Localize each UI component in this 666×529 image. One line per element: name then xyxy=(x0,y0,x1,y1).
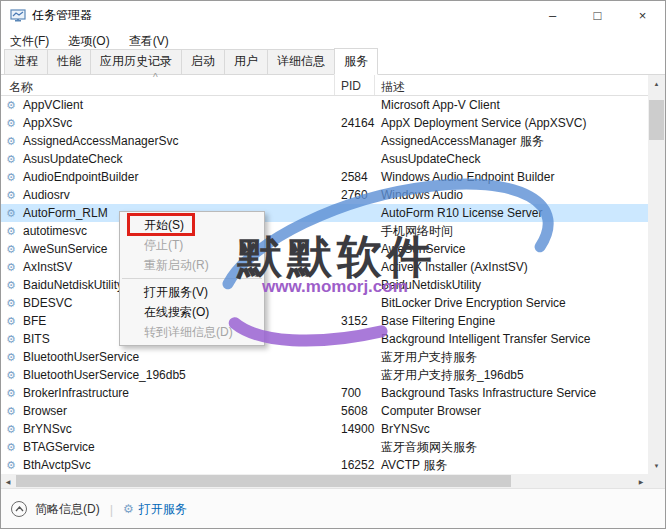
service-description: 手机网络时间 xyxy=(375,222,648,240)
context-menu-item[interactable]: 开始(S) xyxy=(120,215,264,235)
gear-icon: ⚙ xyxy=(6,186,16,204)
context-menu-item[interactable] xyxy=(122,278,262,279)
service-name: autotimesvc xyxy=(23,224,87,238)
gear-icon: ⚙ xyxy=(6,330,16,348)
scroll-up-icon[interactable]: ▲ xyxy=(648,75,665,92)
table-row[interactable]: ⚙ BluetoothUserService 蓝牙用户支持服务 xyxy=(1,348,648,366)
service-description: Windows Audio Endpoint Builder xyxy=(375,168,648,186)
service-description: BitLocker Drive Encryption Service xyxy=(375,294,648,312)
table-row[interactable]: ⚙ BrYNSvc 14900 BrYNSvc xyxy=(1,420,648,438)
table-row[interactable]: ⚙ AssignedAccessManagerSvc AssignedAcces… xyxy=(1,132,648,150)
service-name: BrYNSvc xyxy=(23,422,72,436)
table-row[interactable]: ⚙ BITS Background Intelligent Transfer S… xyxy=(1,330,648,348)
scrollbar-corner xyxy=(648,474,665,488)
table-row[interactable]: ⚙ AxInstSV ActiveX Installer (AxInstSV) xyxy=(1,258,648,276)
service-pid: 24164 xyxy=(335,114,375,132)
service-description: Computer Browser xyxy=(375,402,648,420)
maximize-button[interactable]: □ xyxy=(575,1,620,30)
column-header-row: 名称 ^ PID 描述 xyxy=(1,75,648,96)
gear-icon: ⚙ xyxy=(6,222,16,240)
table-row[interactable]: ⚙ AppXSvc 24164 AppX Deployment Service … xyxy=(1,114,648,132)
tab[interactable]: 服务 xyxy=(334,48,378,75)
service-pid xyxy=(335,276,375,294)
table-row[interactable]: ⚙ AweSunService AweSunService xyxy=(1,240,648,258)
gear-icon: ⚙ xyxy=(6,276,16,294)
minimize-button[interactable]: – xyxy=(530,1,575,30)
table-row[interactable]: ⚙ Audiosrv 2760 Windows Audio xyxy=(1,186,648,204)
service-name: Browser xyxy=(23,404,67,418)
service-description: AweSunService xyxy=(375,240,648,258)
service-name: AssignedAccessManagerSvc xyxy=(23,134,178,148)
context-menu: 开始(S)停止(T)重新启动(R)打开服务(V)在线搜索(O)转到详细信息(D) xyxy=(119,211,265,346)
service-pid xyxy=(335,258,375,276)
tab[interactable]: 进程 xyxy=(4,49,48,74)
table-row[interactable]: ⚙ BluetoothUserService_196db5 蓝牙用户支持服务_1… xyxy=(1,366,648,384)
scroll-left-icon[interactable]: ◀ xyxy=(1,474,15,488)
table-row[interactable]: ⚙ AutoForm_RLM AutoForm R10 License Serv… xyxy=(1,204,648,222)
fewer-details-button[interactable]: 简略信息(D) xyxy=(35,501,100,518)
context-menu-item[interactable]: 在线搜索(O) xyxy=(120,302,264,322)
vertical-scrollbar[interactable]: ▲ ▼ xyxy=(648,75,665,474)
tab[interactable]: 启动 xyxy=(181,49,225,74)
table-row[interactable]: ⚙ BaiduNetdiskUtility BaiduNetdiskUtilit… xyxy=(1,276,648,294)
table-row[interactable]: ⚙ Browser 5608 Computer Browser xyxy=(1,402,648,420)
menubar-item[interactable]: 选项(O) xyxy=(68,33,109,50)
open-services-button[interactable]: 打开服务 xyxy=(139,501,187,518)
table-row[interactable]: ⚙ BTAGService 蓝牙音频网关服务 xyxy=(1,438,648,456)
window-title: 任务管理器 xyxy=(32,7,530,24)
service-pid xyxy=(335,132,375,150)
gear-icon: ⚙ xyxy=(123,502,134,516)
tab[interactable]: 用户 xyxy=(224,49,268,74)
context-menu-item[interactable]: 重新启动(R) xyxy=(120,255,264,275)
table-row[interactable]: ⚙ BFE 3152 Base Filtering Engine xyxy=(1,312,648,330)
table-row[interactable]: ⚙ AsusUpdateCheck AsusUpdateCheck xyxy=(1,150,648,168)
menubar-item[interactable]: 文件(F) xyxy=(10,33,49,50)
gear-icon: ⚙ xyxy=(6,438,16,456)
table-row[interactable]: ⚙ AudioEndpointBuilder 2584 Windows Audi… xyxy=(1,168,648,186)
scroll-right-icon[interactable]: ▶ xyxy=(634,474,648,488)
service-name: AudioEndpointBuilder xyxy=(23,170,138,184)
table-row[interactable]: ⚙ BrokerInfrastructure 700 Background Ta… xyxy=(1,384,648,402)
close-button[interactable]: × xyxy=(620,1,665,30)
service-name: BrokerInfrastructure xyxy=(23,386,129,400)
service-description: AppX Deployment Service (AppXSVC) xyxy=(375,114,648,132)
service-name: AutoForm_RLM xyxy=(23,206,108,220)
service-description: AVCTP 服务 xyxy=(375,456,648,474)
menubar-item[interactable]: 查看(V) xyxy=(129,33,169,50)
service-pid xyxy=(335,348,375,366)
table-row[interactable]: ⚙ BthAvctpSvc 16252 AVCTP 服务 xyxy=(1,456,648,474)
service-pid xyxy=(335,438,375,456)
service-description: 蓝牙用户支持服务 xyxy=(375,348,648,366)
service-pid xyxy=(335,204,375,222)
collapse-details-icon[interactable] xyxy=(11,501,27,517)
service-description: AsusUpdateCheck xyxy=(375,150,648,168)
service-pid xyxy=(335,150,375,168)
context-menu-item[interactable]: 转到详细信息(D) xyxy=(120,322,264,342)
footer-bar: 简略信息(D) | ⚙ 打开服务 xyxy=(1,488,665,529)
column-header-name[interactable]: 名称 ^ xyxy=(1,75,335,95)
gear-icon: ⚙ xyxy=(6,384,16,402)
service-pid: 16252 xyxy=(335,456,375,474)
horizontal-scroll-thumb[interactable] xyxy=(16,475,511,487)
context-menu-item[interactable]: 停止(T) xyxy=(120,235,264,255)
column-header-pid[interactable]: PID xyxy=(335,75,375,95)
table-row[interactable]: ⚙ autotimesvc 手机网络时间 xyxy=(1,222,648,240)
horizontal-scrollbar[interactable]: ◀ ▶ xyxy=(1,474,648,488)
context-menu-item[interactable]: 打开服务(V) xyxy=(120,282,264,302)
tab[interactable]: 应用历史记录 xyxy=(90,49,182,74)
service-name: BITS xyxy=(23,332,50,346)
table-row[interactable]: ⚙ AppVClient Microsoft App-V Client xyxy=(1,96,648,114)
table-row[interactable]: ⚙ BDESVC BitLocker Drive Encryption Serv… xyxy=(1,294,648,312)
service-description: Base Filtering Engine xyxy=(375,312,648,330)
scroll-down-icon[interactable]: ▼ xyxy=(648,457,665,474)
vertical-scroll-thumb[interactable] xyxy=(649,100,664,140)
column-header-desc[interactable]: 描述 xyxy=(375,75,648,95)
footer-divider: | xyxy=(110,502,113,517)
tab[interactable]: 详细信息 xyxy=(267,49,335,74)
service-name: BluetoothUserService_196db5 xyxy=(23,368,186,382)
service-pid xyxy=(335,330,375,348)
gear-icon: ⚙ xyxy=(6,168,16,186)
service-name: BDESVC xyxy=(23,296,72,310)
service-name: BTAGService xyxy=(23,440,95,454)
tab[interactable]: 性能 xyxy=(47,49,91,74)
